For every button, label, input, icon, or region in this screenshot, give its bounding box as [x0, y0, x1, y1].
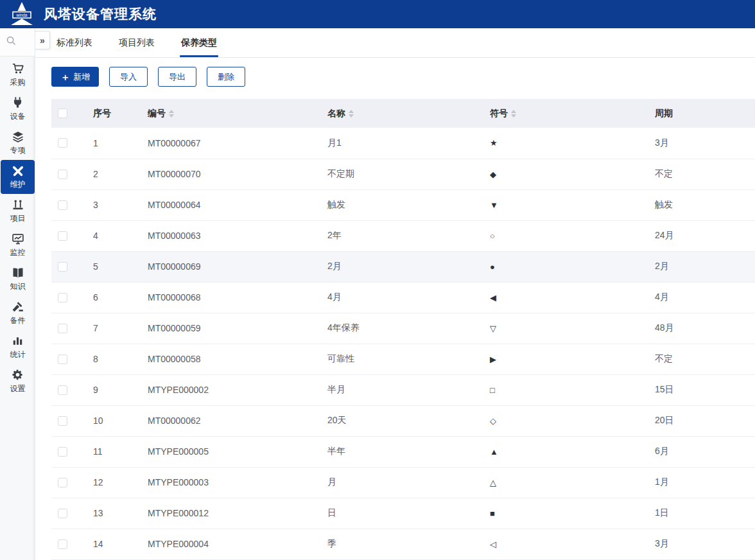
row-checkbox[interactable] [58, 416, 67, 426]
cell-index: 10 [93, 405, 148, 436]
tab-maintenance-type[interactable]: 保养类型 [181, 28, 217, 57]
row-checkbox[interactable] [58, 447, 67, 457]
column-label: 周期 [655, 108, 673, 119]
cell-symbol: ▽ [490, 313, 655, 344]
tab-project-list[interactable]: 项目列表 [119, 28, 155, 57]
sidebar-expand-button[interactable]: » [35, 31, 50, 49]
cell-period: 3月 [655, 128, 755, 159]
sidebar-item-label: 采购 [10, 77, 26, 88]
row-checkbox[interactable] [58, 324, 67, 333]
row-checkbox[interactable] [58, 200, 67, 210]
row-checkbox[interactable] [58, 509, 67, 518]
export-button[interactable]: 导出 [158, 67, 196, 87]
cell-code: MT00000063 [148, 220, 327, 251]
cell-symbol: △ [490, 467, 655, 498]
plug-icon [11, 96, 24, 109]
maintenance-type-table: 序号编号名称符号周期 1MT00000067月1★3月2MT00000070不定… [51, 99, 755, 560]
cell-code: MTYPE000002 [148, 374, 327, 405]
row-checkbox[interactable] [58, 539, 67, 549]
cart-icon [11, 62, 24, 75]
cell-symbol: ◁ [490, 529, 655, 559]
sidebar-item-maintenance[interactable]: 维护 [1, 160, 35, 194]
sidebar-item-label: 设备 [10, 111, 26, 122]
cell-code: MT00000069 [148, 251, 327, 282]
cell-symbol: ◆ [490, 159, 655, 189]
cell-period: 20日 [655, 405, 755, 436]
row-checkbox[interactable] [58, 354, 67, 364]
monitor-icon [11, 232, 24, 245]
row-checkbox[interactable] [58, 138, 67, 148]
sidebar-item-project[interactable]: 项目 [1, 194, 35, 228]
cell-name: 半月 [327, 374, 490, 405]
cell-name: 月 [327, 467, 490, 498]
layers-icon [11, 130, 24, 143]
cell-index: 2 [93, 159, 148, 189]
cell-name: 2年 [327, 220, 490, 251]
cell-code: MT00000070 [148, 159, 327, 189]
delete-button[interactable]: 删除 [207, 67, 245, 87]
cell-name: 月1 [327, 128, 490, 159]
cell-symbol: ● [490, 251, 655, 282]
row-checkbox[interactable] [58, 170, 67, 179]
row-checkbox[interactable] [58, 478, 67, 487]
import-button[interactable]: 导入 [109, 67, 148, 87]
cell-index: 6 [93, 282, 148, 313]
sidebar-item-special[interactable]: 专项 [1, 126, 35, 160]
sidebar-item-label: 备件 [10, 315, 26, 326]
tab-standard-list[interactable]: 标准列表 [56, 28, 92, 57]
cell-symbol: ▲ [490, 436, 655, 467]
row-checkbox[interactable] [58, 385, 67, 395]
main-content: 标准列表项目列表保养类型 ＋ 新增 导入 导出 删除 序号编号名称符号周期 1M… [35, 28, 755, 560]
table-row: 9MTYPE000002半月□15日 [51, 374, 755, 405]
cell-index: 14 [93, 529, 148, 559]
cell-code: MT00000058 [148, 344, 327, 374]
sidebar-item-procurement[interactable]: 采购 [1, 58, 35, 92]
sidebar-item-monitoring[interactable]: 监控 [1, 228, 35, 262]
table-row: 4MT000000632年○24月 [51, 220, 755, 251]
table-row: 10MT0000006220天◇20日 [51, 405, 755, 436]
column-label: 编号 [148, 108, 166, 119]
cell-code: MTYPE000004 [148, 529, 327, 559]
column-header-name[interactable]: 名称 [327, 99, 490, 128]
plus-icon: ＋ [60, 72, 70, 82]
chevrons-right-icon: » [40, 35, 45, 46]
column-header-code[interactable]: 编号 [148, 99, 327, 128]
cell-symbol: ★ [490, 128, 655, 159]
toolbar: ＋ 新增 导入 导出 删除 [51, 67, 755, 87]
add-button[interactable]: ＋ 新增 [51, 67, 99, 87]
sidebar-item-spare-parts[interactable]: 备件 [1, 296, 35, 330]
cell-symbol: ■ [490, 498, 655, 529]
sidebar-item-settings[interactable]: 设置 [1, 364, 35, 398]
cell-period: 15日 [655, 374, 755, 405]
cell-name: 不定期 [327, 159, 490, 189]
column-header-symbol[interactable]: 符号 [490, 99, 655, 128]
sort-caret-icon[interactable] [169, 110, 174, 118]
table-row: 6MT000000684月◀4月 [51, 282, 755, 313]
table-row: 12MTYPE000003月△1月 [51, 467, 755, 498]
cell-index: 7 [93, 313, 148, 344]
sort-caret-icon[interactable] [511, 110, 516, 118]
sidebar-item-knowledge[interactable]: 知识 [1, 262, 35, 296]
table-row: 13MTYPE000012日■1日 [51, 498, 755, 529]
cell-code: MT00000067 [148, 128, 327, 159]
cell-period: 24月 [655, 220, 755, 251]
cell-code: MTYPE000003 [148, 467, 327, 498]
cell-code: MTYPE000012 [148, 498, 327, 529]
row-checkbox[interactable] [58, 231, 67, 241]
cell-period: 2月 [655, 251, 755, 282]
select-all-checkbox[interactable] [58, 109, 67, 118]
table-row: 11MTYPE000005半年▲6月 [51, 436, 755, 467]
winda-logo-icon: winda [5, 1, 39, 27]
table-row: 1MT00000067月1★3月 [51, 128, 755, 159]
sidebar-item-equipment[interactable]: 设备 [1, 92, 35, 126]
sidebar-search[interactable] [0, 28, 35, 57]
gear-icon [11, 368, 24, 381]
sort-caret-icon[interactable] [349, 110, 354, 118]
cell-name: 4年保养 [327, 313, 490, 344]
cell-symbol: ▼ [490, 189, 655, 220]
sidebar-item-statistics[interactable]: 统计 [1, 330, 35, 364]
row-checkbox[interactable] [58, 262, 67, 272]
row-checkbox[interactable] [58, 293, 67, 302]
cell-period: 48月 [655, 313, 755, 344]
cell-code: MT00000064 [148, 189, 327, 220]
